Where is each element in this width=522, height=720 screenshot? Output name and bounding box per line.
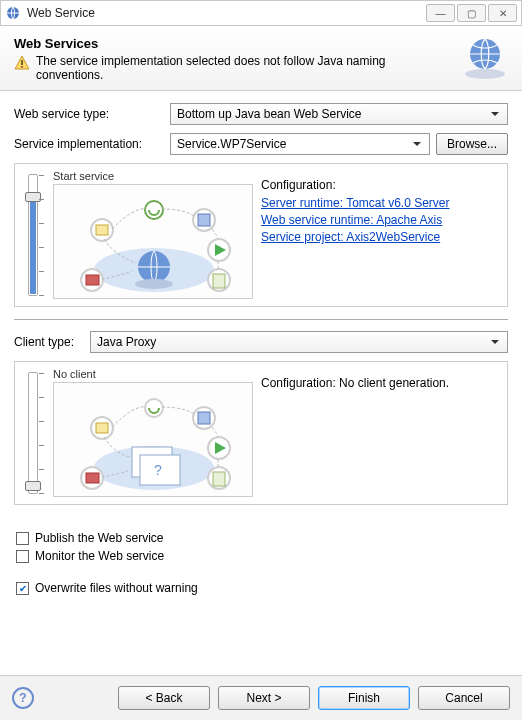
service-level-slider[interactable]	[21, 170, 45, 300]
svc-impl-label: Service implementation:	[14, 137, 164, 151]
separator	[14, 319, 508, 321]
client-level-slider[interactable]	[21, 368, 45, 498]
minimize-button[interactable]: —	[426, 4, 455, 22]
wizard-footer: ? < Back Next > Finish Cancel	[0, 675, 522, 720]
page-title: Web Services	[14, 36, 508, 51]
web-service-banner-icon	[460, 32, 510, 82]
ws-type-combo[interactable]: Bottom up Java bean Web Service	[170, 103, 508, 125]
svg-text:?: ?	[154, 462, 162, 478]
client-type-value: Java Proxy	[97, 335, 156, 349]
publish-checkbox[interactable]	[16, 532, 29, 545]
overwrite-checkbox-row[interactable]: ✔ Overwrite files without warning	[14, 581, 508, 595]
overwrite-label: Overwrite files without warning	[35, 581, 198, 595]
svg-rect-16	[96, 225, 108, 235]
publish-checkbox-row[interactable]: Publish the Web service	[14, 531, 508, 545]
service-slider-label: Start service	[53, 170, 253, 182]
server-runtime-link[interactable]: Server runtime: Tomcat v6.0 Server	[261, 196, 501, 210]
svg-rect-31	[96, 423, 108, 433]
client-slider-label: No client	[53, 368, 253, 380]
service-project-link[interactable]: Service project: Axis2WebService	[261, 230, 501, 244]
ws-type-value: Bottom up Java bean Web Service	[177, 107, 362, 121]
cancel-button[interactable]: Cancel	[418, 686, 510, 710]
svg-rect-33	[86, 473, 99, 483]
svg-point-3	[465, 69, 505, 79]
client-type-combo[interactable]: Java Proxy	[90, 331, 508, 353]
svg-point-7	[135, 279, 173, 289]
svg-point-23	[145, 399, 163, 417]
help-icon[interactable]: ?	[12, 687, 34, 709]
client-diagram: ?	[53, 382, 253, 497]
app-icon	[5, 5, 21, 21]
svc-impl-value: Service.WP7Service	[177, 137, 286, 151]
client-panel: No client ?	[14, 361, 508, 505]
publish-label: Publish the Web service	[35, 531, 164, 545]
maximize-button[interactable]: ▢	[457, 4, 486, 22]
window-title: Web Service	[27, 6, 424, 20]
svg-rect-25	[198, 412, 210, 424]
monitor-checkbox[interactable]	[16, 550, 29, 563]
svg-rect-1	[21, 60, 23, 65]
svg-rect-10	[198, 214, 210, 226]
finish-button[interactable]: Finish	[318, 686, 410, 710]
monitor-checkbox-row[interactable]: Monitor the Web service	[14, 549, 508, 563]
client-config-text: Configuration: No client generation.	[261, 376, 501, 390]
monitor-label: Monitor the Web service	[35, 549, 164, 563]
service-panel: Start service	[14, 163, 508, 307]
ws-type-label: Web service type:	[14, 107, 164, 121]
service-diagram	[53, 184, 253, 299]
warning-icon	[14, 55, 30, 71]
back-button[interactable]: < Back	[118, 686, 210, 710]
svg-rect-29	[213, 472, 225, 486]
window-titlebar: Web Service — ▢ ✕	[0, 0, 522, 26]
warning-text: The service implementation selected does…	[36, 54, 394, 82]
svg-rect-14	[213, 274, 225, 288]
browse-button[interactable]: Browse...	[436, 133, 508, 155]
svg-rect-2	[21, 66, 23, 68]
svg-point-8	[145, 201, 163, 219]
close-button[interactable]: ✕	[488, 4, 517, 22]
wizard-body: Web service type: Bottom up Java bean We…	[0, 91, 522, 595]
ws-runtime-link[interactable]: Web service runtime: Apache Axis	[261, 213, 501, 227]
client-type-label: Client type:	[14, 335, 84, 349]
svc-impl-combo[interactable]: Service.WP7Service	[170, 133, 430, 155]
svg-rect-18	[86, 275, 99, 285]
wizard-header: Web Services The service implementation …	[0, 26, 522, 91]
overwrite-checkbox[interactable]: ✔	[16, 582, 29, 595]
config-title: Configuration:	[261, 178, 501, 192]
next-button[interactable]: Next >	[218, 686, 310, 710]
